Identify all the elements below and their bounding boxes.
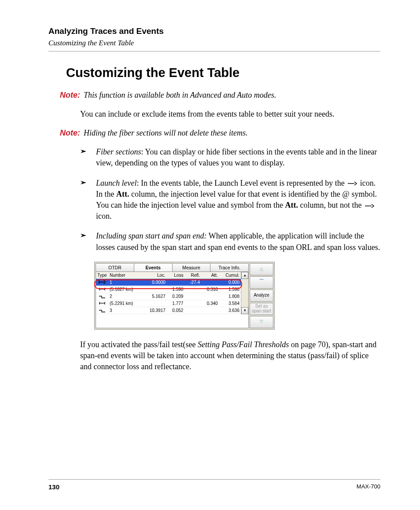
cell-number: 1 bbox=[108, 279, 143, 286]
tab-trace-info[interactable]: Trace Info. bbox=[210, 264, 248, 272]
tab-otdr[interactable]: OTDR bbox=[96, 264, 134, 272]
zoom-button[interactable]: ⁀ bbox=[250, 276, 273, 289]
bullet-lead: Including span start and span end: bbox=[96, 231, 207, 240]
cell-refl bbox=[184, 293, 201, 300]
bullet-text: column, but not the bbox=[298, 201, 364, 209]
cell-cumul: 1.598 bbox=[219, 286, 241, 293]
table-row[interactable]: (5.1627 km)1.5980.3101.598 bbox=[96, 286, 241, 293]
move-up-button[interactable]: △ bbox=[250, 263, 273, 275]
cell-cumul: 3.636 bbox=[219, 307, 241, 314]
cell-loss: 0.052 bbox=[167, 307, 185, 314]
cell-att: 0.340 bbox=[201, 300, 219, 307]
col-number[interactable]: Number bbox=[108, 272, 143, 279]
cell-number: 2 bbox=[108, 293, 143, 300]
att-label: Att. bbox=[285, 201, 298, 209]
cell-number: (5.2291 km) bbox=[108, 300, 143, 307]
event-type-icon bbox=[96, 293, 108, 300]
set-span-start-button[interactable]: Set as span start bbox=[250, 303, 273, 315]
bullet-lead: Launch level bbox=[96, 179, 136, 187]
bullet-lead: Fiber sections bbox=[96, 147, 141, 156]
bullet-fiber-sections: Fiber sections: You can display or hide … bbox=[80, 147, 380, 169]
cell-refl: -27.4 bbox=[184, 279, 201, 286]
event-type-icon bbox=[96, 300, 108, 307]
table-row[interactable]: 10.0000-27.40.000 bbox=[96, 279, 241, 286]
analyze-button[interactable]: Analyze bbox=[250, 290, 273, 302]
table-row[interactable]: 25.16270.2091.808 bbox=[96, 293, 241, 300]
events-table-screenshot: OTDR Events Measure Trace Info. Type Num… bbox=[94, 262, 275, 330]
cell-cumul: 1.808 bbox=[219, 293, 241, 300]
cell-loc bbox=[143, 300, 167, 307]
bullet-launch-level: Launch level: In the events table, the L… bbox=[80, 178, 380, 222]
events-table: Type Number Loc. Loss Refl. Att. Cumul. … bbox=[96, 272, 241, 314]
col-loss[interactable]: Loss bbox=[167, 272, 185, 279]
event-type-icon bbox=[96, 307, 108, 314]
bullet-text: column, the injection level value for th… bbox=[129, 190, 376, 198]
cell-att bbox=[201, 307, 219, 314]
closing-paragraph: If you activated the pass/fail test(see … bbox=[80, 339, 380, 373]
note-1: Note: This function is available both in… bbox=[48, 91, 380, 100]
section-subtitle: Customizing the Event Table bbox=[48, 39, 380, 48]
cell-loc: 5.1627 bbox=[143, 293, 167, 300]
note-text: This function is available both in Advan… bbox=[84, 91, 380, 100]
scroll-down-button[interactable]: ▾ bbox=[241, 307, 248, 314]
scrollbar[interactable]: ▴ ▾ bbox=[241, 272, 248, 314]
event-type-icon bbox=[96, 286, 108, 293]
chapter-title: Analyzing Traces and Events bbox=[48, 26, 380, 36]
cell-refl bbox=[184, 286, 201, 293]
cell-number: 3 bbox=[108, 307, 143, 314]
arrow-right-icon bbox=[347, 181, 357, 186]
chevron-right-icon bbox=[80, 232, 89, 238]
cell-cumul: 0.000 bbox=[219, 279, 241, 286]
cell-refl bbox=[184, 307, 201, 314]
bullet-list: Fiber sections: You can display or hide … bbox=[80, 147, 380, 253]
cell-att bbox=[201, 279, 219, 286]
table-header-row: Type Number Loc. Loss Refl. Att. Cumul. bbox=[96, 272, 241, 279]
chevron-right-icon bbox=[80, 180, 89, 186]
page-title: Customizing the Event Table bbox=[66, 66, 380, 80]
cell-loss: 1.598 bbox=[167, 286, 185, 293]
intro-paragraph: You can include or exclude items from th… bbox=[80, 109, 380, 120]
note-label: Note: bbox=[48, 91, 84, 100]
tab-bar: OTDR Events Measure Trace Info. bbox=[96, 264, 248, 272]
col-type[interactable]: Type bbox=[96, 272, 108, 279]
cell-loss: 1.777 bbox=[167, 300, 185, 307]
event-type-icon bbox=[96, 279, 108, 286]
table-row[interactable]: (5.2291 km)1.7770.3403.584 bbox=[96, 300, 241, 307]
cell-loc: 0.0000 bbox=[143, 279, 167, 286]
cell-loss: 0.209 bbox=[167, 293, 185, 300]
att-label: Att. bbox=[116, 190, 129, 198]
cell-number: (5.1627 km) bbox=[108, 286, 143, 293]
bullet-text: : In the events table, the Launch Level … bbox=[136, 179, 346, 187]
col-refl[interactable]: Refl. bbox=[184, 272, 201, 279]
table-row[interactable]: 310.39170.0523.636 bbox=[96, 307, 241, 314]
scroll-up-button[interactable]: ▴ bbox=[241, 272, 248, 279]
bullet-text: icon. bbox=[96, 212, 112, 220]
chevron-right-icon bbox=[80, 148, 89, 154]
col-loc[interactable]: Loc. bbox=[143, 272, 167, 279]
model-label: MAX-700 bbox=[357, 483, 380, 491]
cell-att: 0.310 bbox=[201, 286, 219, 293]
cell-loc: 10.3917 bbox=[143, 307, 167, 314]
tab-events[interactable]: Events bbox=[134, 264, 173, 272]
bullet-text: You can hide the injection level value a… bbox=[96, 201, 285, 209]
cell-loc bbox=[143, 286, 167, 293]
cell-loss bbox=[167, 279, 185, 286]
para-text: If you activated the pass/fail test(see bbox=[80, 340, 198, 349]
header-rule bbox=[48, 51, 380, 51]
arrow-right-icon bbox=[365, 204, 374, 208]
cell-refl bbox=[184, 300, 201, 307]
cell-att bbox=[201, 293, 219, 300]
side-panel: △ ⁀ Analyze Set as span start ▽ bbox=[249, 263, 273, 328]
page-footer: 130 MAX-700 bbox=[48, 479, 380, 491]
note-text: Hiding the fiber sections will not delet… bbox=[84, 128, 380, 138]
note-2: Note: Hiding the fiber sections will not… bbox=[48, 128, 380, 138]
move-down-button[interactable]: ▽ bbox=[250, 316, 273, 328]
note-label: Note: bbox=[48, 128, 84, 138]
cross-ref: Setting Pass/Fail Thresholds bbox=[198, 340, 289, 349]
col-cumul[interactable]: Cumul. bbox=[219, 272, 241, 279]
page-header: Analyzing Traces and Events Customizing … bbox=[48, 26, 380, 51]
cell-cumul: 3.584 bbox=[219, 300, 241, 307]
col-att[interactable]: Att. bbox=[201, 272, 219, 279]
bullet-span-start-end: Including span start and span end: When … bbox=[80, 231, 380, 253]
tab-measure[interactable]: Measure bbox=[173, 264, 211, 272]
